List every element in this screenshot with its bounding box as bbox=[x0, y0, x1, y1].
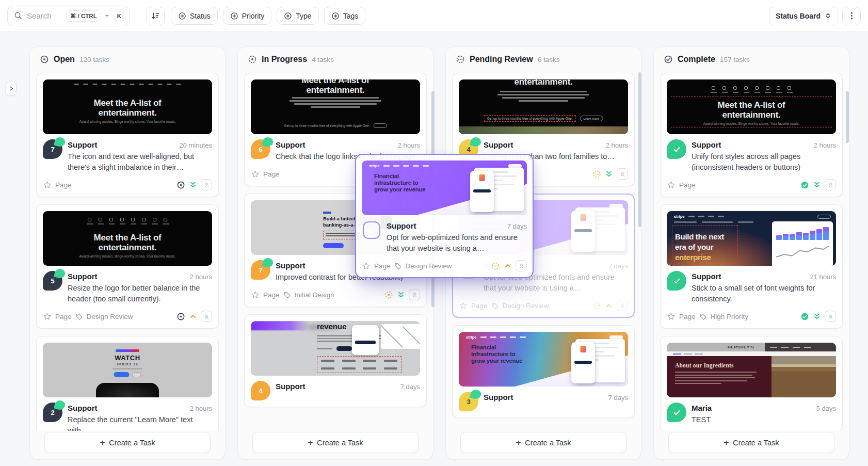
card-title: Support bbox=[484, 393, 513, 401]
task-card[interactable]: stripe Build the next era of your enterp… bbox=[660, 204, 843, 329]
sort-button[interactable] bbox=[146, 7, 165, 25]
status-complete-icon[interactable] bbox=[800, 181, 809, 189]
scrollbar-thumb[interactable] bbox=[638, 72, 641, 227]
create-task-label: Create a Task bbox=[109, 439, 155, 447]
stripe-logo: stripe bbox=[369, 164, 379, 168]
assignee-icon[interactable] bbox=[825, 179, 836, 190]
thumbnail-heading: Meet the A-list of entertainment. bbox=[83, 233, 173, 252]
assignee-icon[interactable] bbox=[825, 311, 836, 322]
column-title: Complete bbox=[678, 55, 715, 64]
thumbnail-cta: Get up to three months free of everythin… bbox=[284, 124, 370, 127]
task-card[interactable]: stripe Financial infrastructure to grow … bbox=[452, 325, 635, 418]
priority-low-icon[interactable] bbox=[189, 181, 197, 189]
filter-chip-type[interactable]: Type bbox=[277, 7, 318, 25]
priority-high-icon[interactable] bbox=[504, 262, 512, 270]
avatar-complete[interactable] bbox=[667, 403, 686, 422]
create-task-button[interactable]: +Create a Task bbox=[668, 432, 834, 453]
tag-icon bbox=[394, 262, 402, 270]
tag-icon bbox=[491, 302, 499, 310]
status-pending-icon[interactable] bbox=[592, 170, 601, 179]
create-task-button[interactable]: +Create a Task bbox=[252, 432, 419, 453]
star-icon[interactable] bbox=[251, 291, 260, 299]
card-description: Stick to a small set of font weights for… bbox=[692, 283, 836, 304]
status-complete-icon[interactable] bbox=[800, 312, 809, 321]
search-box[interactable]: ⌘ / CTRL + K bbox=[7, 6, 130, 26]
priority-low-icon[interactable] bbox=[605, 170, 613, 178]
card-description: Replace the current "Learn More" text wi… bbox=[68, 414, 212, 431]
card-title: Maria bbox=[692, 404, 712, 412]
create-task-label: Create a Task bbox=[317, 439, 363, 447]
thumbnail-appletv: Meet the A-list of entertainment. Get up… bbox=[251, 79, 420, 134]
thumbnail-appletv: Meet the A-list of entertainment. Award-… bbox=[667, 79, 836, 134]
search-input[interactable] bbox=[27, 11, 62, 20]
plus-circle-icon bbox=[284, 12, 292, 20]
task-card[interactable]: revenue 4 Support7 days bbox=[244, 314, 427, 407]
star-icon[interactable] bbox=[43, 181, 52, 189]
column-header: Pending Review 6 tasks bbox=[446, 47, 641, 64]
tag-label: Design Review bbox=[503, 302, 549, 310]
avatar[interactable]: 3 bbox=[459, 392, 478, 411]
more-button[interactable] bbox=[842, 7, 861, 25]
plus-icon: + bbox=[308, 438, 313, 448]
star-icon[interactable] bbox=[667, 312, 676, 321]
star-icon[interactable] bbox=[362, 262, 371, 270]
column-title: In Progress bbox=[262, 55, 307, 64]
priority-low-icon[interactable] bbox=[813, 181, 821, 189]
filter-chip-status[interactable]: Status bbox=[171, 7, 218, 25]
avatar[interactable]: 4 bbox=[251, 381, 270, 400]
priority-high-icon[interactable] bbox=[189, 312, 197, 320]
filter-label: Priority bbox=[242, 12, 265, 20]
create-task-button[interactable]: +Create a Task bbox=[44, 432, 211, 453]
card-time: 21 hours bbox=[810, 273, 836, 281]
thumbnail-cta: Get up to three months free of everythin… bbox=[484, 115, 576, 122]
task-card[interactable]: Meet the A-list of entertainment. Award-… bbox=[36, 73, 219, 197]
priority-low-icon[interactable] bbox=[813, 312, 821, 320]
priority-low-icon[interactable] bbox=[397, 291, 405, 299]
thumbnail-subtext: Award-winning movies. Binge-worthy shows… bbox=[43, 120, 212, 123]
avatar-complete[interactable] bbox=[667, 271, 686, 291]
scrollbar-thumb[interactable] bbox=[846, 91, 849, 143]
status-in-progress-icon bbox=[248, 55, 257, 64]
checkbox-icon[interactable] bbox=[363, 221, 380, 239]
column-count: 4 tasks bbox=[312, 56, 334, 63]
task-card[interactable]: Meet the A-list of entertainment. Award-… bbox=[36, 204, 219, 329]
task-card[interactable]: HERSHEY'S About our Ingredients Maria5 d… bbox=[660, 336, 843, 431]
filter-chip-priority[interactable]: Priority bbox=[223, 7, 272, 25]
dragged-task-card[interactable]: stripe Financial infrastructure to grow … bbox=[355, 154, 534, 278]
filter-chip-tags[interactable]: Tags bbox=[324, 7, 366, 25]
task-card[interactable]: WATCH SERIES 10 2 Support2 hours Replace… bbox=[36, 336, 219, 431]
leaf-wedge-icon bbox=[470, 389, 482, 400]
assignee-icon[interactable] bbox=[617, 168, 628, 180]
leaf-wedge-icon bbox=[262, 136, 274, 148]
avatar[interactable]: 5 bbox=[43, 271, 62, 291]
star-icon[interactable] bbox=[251, 170, 260, 179]
star-icon[interactable] bbox=[43, 312, 52, 321]
assignee-icon[interactable] bbox=[201, 311, 212, 322]
avatar[interactable]: 7 bbox=[43, 139, 62, 159]
assignee-icon[interactable] bbox=[201, 179, 212, 190]
thumbnail-heading: Meet the A-list of entertainment. bbox=[706, 100, 797, 120]
avatar[interactable]: 6 bbox=[251, 139, 270, 159]
filter-label: Status bbox=[190, 12, 211, 20]
card-time: 2 hours bbox=[190, 405, 212, 412]
avatar-number: 4 bbox=[467, 146, 470, 153]
sidebar-expand-button[interactable] bbox=[5, 82, 17, 95]
star-icon[interactable] bbox=[667, 181, 676, 189]
watch-image bbox=[96, 383, 159, 397]
avatar-number: 7 bbox=[51, 146, 54, 153]
avatar[interactable]: 7 bbox=[251, 260, 270, 280]
task-card[interactable]: Meet the A-list of entertainment. Award-… bbox=[660, 73, 843, 197]
avatar[interactable]: 2 bbox=[43, 403, 62, 422]
status-open-icon[interactable] bbox=[176, 181, 185, 189]
thumbnail-appletv: Meet the A-list of entertainment. Get up… bbox=[459, 79, 628, 134]
status-in-progress-icon[interactable] bbox=[384, 291, 393, 299]
view-switcher-button[interactable]: Status Board bbox=[769, 7, 838, 25]
create-task-label: Create a Task bbox=[525, 439, 571, 447]
status-open-icon[interactable] bbox=[176, 312, 185, 321]
assignee-icon[interactable] bbox=[516, 260, 527, 271]
status-pending-icon[interactable] bbox=[491, 262, 500, 270]
avatar-complete[interactable] bbox=[667, 139, 686, 159]
leaf-wedge-icon bbox=[262, 257, 274, 268]
assignee-icon[interactable] bbox=[409, 289, 420, 300]
create-task-button[interactable]: +Create a Task bbox=[460, 432, 626, 453]
